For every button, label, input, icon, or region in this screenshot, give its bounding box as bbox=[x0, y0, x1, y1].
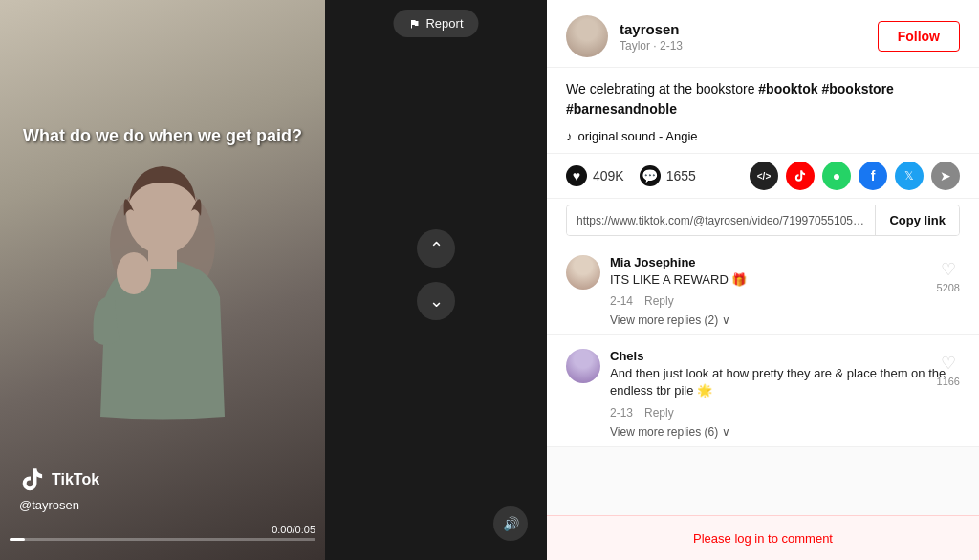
volume-button[interactable]: 🔊 bbox=[493, 506, 528, 541]
follow-button[interactable]: Follow bbox=[878, 21, 960, 52]
comment-action[interactable]: 💬 1655 bbox=[640, 165, 696, 186]
comment-count: 1655 bbox=[666, 168, 696, 183]
chevron-down-icon: ∨ bbox=[722, 313, 730, 327]
reply-button-mia[interactable]: Reply bbox=[644, 294, 674, 308]
login-bar: Please log in to comment bbox=[547, 515, 979, 560]
whatsapp-button[interactable]: ● bbox=[822, 162, 851, 190]
heart-outline-icon: ♡ bbox=[941, 353, 956, 374]
link-bar: https://www.tiktok.com/@tayrosen/video/7… bbox=[566, 205, 960, 236]
comment-meta-mia: 2-14 Reply bbox=[610, 294, 960, 308]
tiktok-name: TikTok bbox=[52, 471, 99, 488]
like-action[interactable]: ♥ 409K bbox=[566, 165, 624, 186]
comment-like-count-chels: 1166 bbox=[937, 376, 960, 387]
right-panel: tayrosen Taylor · 2-13 Follow We celebra… bbox=[547, 0, 979, 560]
heart-outline-icon: ♡ bbox=[941, 259, 956, 280]
post-actions: ♥ 409K 💬 1655 </> ● f 𝕏 ➤ bbox=[547, 153, 979, 199]
comment-like-count-mia: 5208 bbox=[937, 282, 960, 293]
comment-text-chels: And then just look at how pretty they ar… bbox=[610, 365, 960, 399]
post-sound: ♪ original sound - Angie bbox=[547, 125, 979, 153]
video-overlay-text: What do we do when we get paid? bbox=[0, 124, 325, 148]
comments-section: Mia Josephine ITS LIKE A REWARD 🎁 2-14 R… bbox=[547, 242, 979, 515]
comment-like-chels[interactable]: ♡ 1166 bbox=[937, 353, 960, 387]
nav-up-button[interactable]: ⌃ bbox=[417, 229, 455, 268]
comment-date-chels: 2-13 bbox=[610, 406, 633, 420]
comment-meta-chels: 2-13 Reply bbox=[610, 406, 960, 420]
copy-link-button[interactable]: Copy link bbox=[875, 205, 959, 235]
share-tiktok-button[interactable] bbox=[786, 162, 815, 190]
video-url: https://www.tiktok.com/@tayrosen/video/7… bbox=[567, 206, 875, 235]
report-button[interactable]: Report bbox=[393, 10, 478, 37]
avatar bbox=[566, 15, 608, 57]
post-meta: Taylor · 2-13 bbox=[620, 39, 878, 53]
hashtag-booktok: #booktok bbox=[758, 81, 817, 97]
view-replies-chels[interactable]: View more replies (6) ∨ bbox=[610, 425, 960, 439]
comment-date-mia: 2-14 bbox=[610, 294, 633, 308]
nav-down-button[interactable]: ⌄ bbox=[417, 282, 455, 320]
post-username: tayrosen bbox=[620, 21, 878, 37]
commenter-username-chels: Chels bbox=[610, 349, 960, 363]
video-timer: 0:00/0:05 bbox=[272, 524, 315, 535]
svg-point-3 bbox=[117, 252, 151, 294]
view-replies-mia[interactable]: View more replies (2) ∨ bbox=[610, 313, 960, 327]
commenter-avatar-chels bbox=[566, 349, 600, 383]
comment-content-chels: Chels And then just look at how pretty t… bbox=[610, 349, 960, 438]
comment-item: Chels And then just look at how pretty t… bbox=[547, 335, 979, 446]
video-panel: What do we do when we get paid? TikTok @… bbox=[0, 0, 325, 560]
action-group-left: ♥ 409K 💬 1655 bbox=[566, 165, 750, 186]
middle-panel: Report ⌃ ⌄ 🔊 bbox=[325, 0, 547, 560]
svg-rect-2 bbox=[148, 249, 177, 269]
login-prompt[interactable]: Please log in to comment bbox=[693, 531, 833, 546]
hashtag-barnesandnoble: #barnesandnoble bbox=[566, 101, 677, 117]
commenter-username-mia: Mia Josephine bbox=[610, 255, 960, 269]
facebook-button[interactable]: f bbox=[859, 162, 887, 190]
video-progress-bar[interactable] bbox=[10, 538, 315, 541]
comment-item: Mia Josephine ITS LIKE A REWARD 🎁 2-14 R… bbox=[547, 242, 979, 335]
share-icons: </> ● f 𝕏 ➤ bbox=[750, 162, 960, 190]
tiktok-brand: TikTok bbox=[19, 466, 99, 493]
hashtag-bookstore: #bookstore bbox=[821, 81, 893, 97]
comment-icon: 💬 bbox=[640, 165, 661, 186]
more-share-button[interactable]: ➤ bbox=[931, 162, 960, 190]
post-user-info: tayrosen Taylor · 2-13 bbox=[620, 21, 878, 53]
heart-icon: ♥ bbox=[566, 165, 587, 186]
comment-like-mia[interactable]: ♡ 5208 bbox=[937, 259, 960, 293]
tiktok-logo-icon bbox=[19, 466, 46, 493]
video-progress-fill bbox=[10, 538, 25, 541]
music-note-icon: ♪ bbox=[566, 129, 573, 143]
commenter-avatar-mia bbox=[566, 255, 600, 290]
comment-content-mia: Mia Josephine ITS LIKE A REWARD 🎁 2-14 R… bbox=[610, 255, 960, 327]
chevron-down-icon: ∨ bbox=[722, 425, 730, 439]
video-username: @tayrosen bbox=[19, 498, 79, 512]
comment-text-mia: ITS LIKE A REWARD 🎁 bbox=[610, 271, 960, 289]
reply-button-chels[interactable]: Reply bbox=[644, 406, 674, 420]
twitter-button[interactable]: 𝕏 bbox=[895, 162, 924, 190]
embed-button[interactable]: </> bbox=[750, 162, 778, 190]
like-count: 409K bbox=[593, 168, 624, 183]
post-caption: We celebrating at the bookstore #booktok… bbox=[547, 68, 979, 125]
post-header: tayrosen Taylor · 2-13 Follow bbox=[547, 0, 979, 68]
tiktok-share-icon bbox=[794, 169, 807, 183]
flag-icon bbox=[408, 18, 420, 30]
